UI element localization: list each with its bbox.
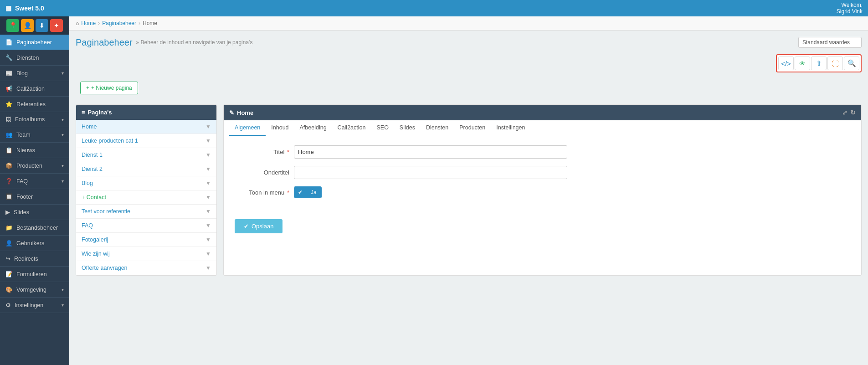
sidebar-label-formulieren: Formulieren bbox=[16, 271, 47, 278]
page-expand-btn[interactable]: ▼ bbox=[205, 180, 211, 186]
breadcrumb-paginabeheer[interactable]: Paginabeheer bbox=[102, 20, 136, 26]
sidebar-icon-call2action: 📢 bbox=[5, 85, 13, 92]
save-button[interactable]: ✔ Opslaan bbox=[235, 219, 282, 233]
sidebar-label-bestandsbeheer: Bestandsbeheer bbox=[16, 225, 58, 231]
view-btn[interactable]: 👁 bbox=[795, 57, 810, 70]
page-expand-btn[interactable]: ▼ bbox=[205, 265, 211, 271]
topbar: ▦ Sweet 5.0 Welkom, Sigrid Vink bbox=[0, 0, 868, 16]
sidebar-icon-vormgeving: 🎨 bbox=[5, 286, 13, 293]
tab-instellingen[interactable]: Instellingen bbox=[491, 120, 530, 136]
page-expand-btn[interactable]: ▼ bbox=[205, 236, 211, 243]
sidebar-label-instellingen: Instellingen bbox=[15, 302, 43, 308]
standards-dropdown[interactable]: Standaard waardes bbox=[798, 37, 862, 48]
chevron-icon: ▾ bbox=[62, 117, 64, 122]
page-list: Home ▼ Leuke producten cat 1 ▼ Dienst 1 … bbox=[76, 120, 216, 275]
page-item-offerte[interactable]: Offerte aanvragen ▼ bbox=[76, 261, 216, 275]
share-icon-btn[interactable]: ✦ bbox=[50, 19, 63, 32]
sidebar-icon-bestandsbeheer: 📁 bbox=[5, 224, 13, 231]
sidebar-icon-fotoalbums: 🖼 bbox=[5, 116, 11, 123]
page-item-wie-zijn-wij[interactable]: Wie zijn wij ▼ bbox=[76, 247, 216, 261]
page-item-leuke-producten[interactable]: Leuke producten cat 1 ▼ bbox=[76, 134, 216, 148]
share-btn[interactable]: ⇧ bbox=[811, 57, 827, 70]
code-btn[interactable]: </> bbox=[778, 57, 794, 70]
sidebar-item-call2action[interactable]: 📢 Call2action bbox=[0, 81, 69, 97]
page-item-blog[interactable]: Blog ▼ bbox=[76, 176, 216, 190]
content-area: Paginabeheer Beheer de inhoud en navigat… bbox=[69, 31, 868, 365]
sidebar-label-faq: FAQ bbox=[16, 178, 28, 185]
page-expand-btn[interactable]: ▼ bbox=[205, 123, 211, 130]
toon-menu-label: Toon in menu * bbox=[235, 189, 289, 196]
sidebar-item-inner: 📢 Call2action bbox=[5, 85, 45, 92]
search-btn[interactable]: 🔍 bbox=[844, 57, 859, 70]
sidebar-item-inner: 👥 Team bbox=[5, 131, 31, 138]
tab-call2action[interactable]: Call2action bbox=[332, 120, 371, 136]
sidebar-icon-formulieren: 📝 bbox=[5, 271, 13, 278]
sidebar-icon-faq: ❓ bbox=[5, 178, 13, 185]
page-item-test-referentie[interactable]: Test voor referentie ▼ bbox=[76, 205, 216, 219]
subtitle-row: Ondertitel bbox=[235, 166, 850, 179]
page-expand-btn[interactable]: ▼ bbox=[205, 194, 211, 200]
grid-icon: ▦ bbox=[5, 5, 11, 12]
sidebar-item-team[interactable]: 👥 Team ▾ bbox=[0, 127, 69, 143]
subtitle-input[interactable] bbox=[294, 166, 567, 179]
sidebar-item-producten[interactable]: 📦 Producten ▾ bbox=[0, 158, 69, 174]
sidebar-label-redirects: Redirects bbox=[14, 256, 38, 262]
sidebar-item-instellingen[interactable]: ⚙ Instellingen ▾ bbox=[0, 298, 69, 313]
tab-slides[interactable]: Slides bbox=[394, 120, 421, 136]
user-icon-btn[interactable]: 👤 bbox=[21, 19, 34, 32]
title-input[interactable] bbox=[294, 145, 567, 159]
sidebar-item-gebruikers[interactable]: 👤 Gebruikers bbox=[0, 236, 69, 251]
page-item-home[interactable]: Home ▼ bbox=[76, 120, 216, 134]
tab-afbeelding[interactable]: Afbeelding bbox=[294, 120, 332, 136]
sidebar-icon-diensten: 🔧 bbox=[5, 54, 13, 61]
sidebar-item-redirects[interactable]: ↪ Redirects bbox=[0, 251, 69, 267]
expand-icon[interactable]: ⤢ bbox=[842, 109, 847, 116]
sidebar-icon-footer: 🔲 bbox=[5, 193, 13, 200]
sidebar-item-vormgeving[interactable]: 🎨 Vormgeving ▾ bbox=[0, 282, 69, 298]
page-subtitle: Beheer de inhoud en navigatie van je pag… bbox=[136, 39, 253, 46]
sidebar-label-footer: Footer bbox=[16, 194, 33, 200]
page-expand-btn[interactable]: ▼ bbox=[205, 138, 211, 144]
sidebar-item-bestandsbeheer[interactable]: 📁 Bestandsbeheer bbox=[0, 220, 69, 236]
sidebar-item-referenties[interactable]: ⭐ Referenties bbox=[0, 97, 69, 112]
sidebar-item-blog[interactable]: 📰 Blog ▾ bbox=[0, 66, 69, 81]
page-item-dienst1[interactable]: Dienst 1 ▼ bbox=[76, 148, 216, 162]
page-name: Offerte aanvragen bbox=[82, 265, 128, 271]
tab-seo[interactable]: SEO bbox=[371, 120, 394, 136]
page-expand-btn[interactable]: ▼ bbox=[205, 208, 211, 215]
sidebar-item-fotoalbums[interactable]: 🖼 Fotoalbums ▾ bbox=[0, 112, 69, 127]
toon-menu-toggle[interactable]: ✔ Ja bbox=[294, 186, 322, 198]
page-expand-btn[interactable]: ▼ bbox=[205, 166, 211, 172]
tree-btn[interactable]: ⛶ bbox=[827, 57, 843, 70]
tab-inhoud[interactable]: Inhoud bbox=[266, 120, 294, 136]
sidebar-label-referenties: Referenties bbox=[16, 101, 46, 108]
page-item-fotogalerij[interactable]: Fotogalerij ▼ bbox=[76, 233, 216, 247]
page-item-contact[interactable]: + Contact ▼ bbox=[76, 190, 216, 205]
sidebar-icon-nieuws: 📋 bbox=[5, 147, 13, 154]
new-page-button[interactable]: + + Nieuwe pagina bbox=[80, 82, 138, 94]
page-item-faq[interactable]: FAQ ▼ bbox=[76, 219, 216, 233]
sidebar-item-faq[interactable]: ❓ FAQ ▾ bbox=[0, 174, 69, 189]
page-expand-btn[interactable]: ▼ bbox=[205, 251, 211, 257]
page-item-dienst2[interactable]: Dienst 2 ▼ bbox=[76, 162, 216, 176]
sidebar-item-nieuws[interactable]: 📋 Nieuws bbox=[0, 143, 69, 158]
sidebar-item-slides[interactable]: ▶ Slides bbox=[0, 205, 69, 220]
sidebar-item-inner: ↪ Redirects bbox=[5, 255, 38, 262]
download-icon-btn[interactable]: ⬇ bbox=[36, 19, 48, 32]
tab-diensten[interactable]: Diensten bbox=[421, 120, 454, 136]
tab-algemeen[interactable]: Algemeen bbox=[229, 120, 266, 136]
location-icon-btn[interactable]: 📍 bbox=[6, 19, 19, 32]
sidebar-item-formulieren[interactable]: 📝 Formulieren bbox=[0, 267, 69, 282]
sidebar-item-footer[interactable]: 🔲 Footer bbox=[0, 189, 69, 205]
refresh-icon[interactable]: ↻ bbox=[850, 109, 856, 116]
hamburger-icon: ≡ bbox=[82, 109, 85, 116]
required-star2: * bbox=[287, 189, 289, 196]
page-expand-btn[interactable]: ▼ bbox=[205, 152, 211, 158]
breadcrumb-home[interactable]: Home bbox=[81, 20, 96, 26]
sidebar-item-diensten[interactable]: 🔧 Diensten bbox=[0, 50, 69, 66]
page-name: Dienst 2 bbox=[82, 166, 103, 172]
tab-producten[interactable]: Producten bbox=[454, 120, 491, 136]
sidebar-item-paginabeheer[interactable]: 📄 Paginabeheer bbox=[0, 35, 69, 50]
sidebar-item-inner: 📰 Blog bbox=[5, 70, 28, 77]
page-expand-btn[interactable]: ▼ bbox=[205, 222, 211, 229]
